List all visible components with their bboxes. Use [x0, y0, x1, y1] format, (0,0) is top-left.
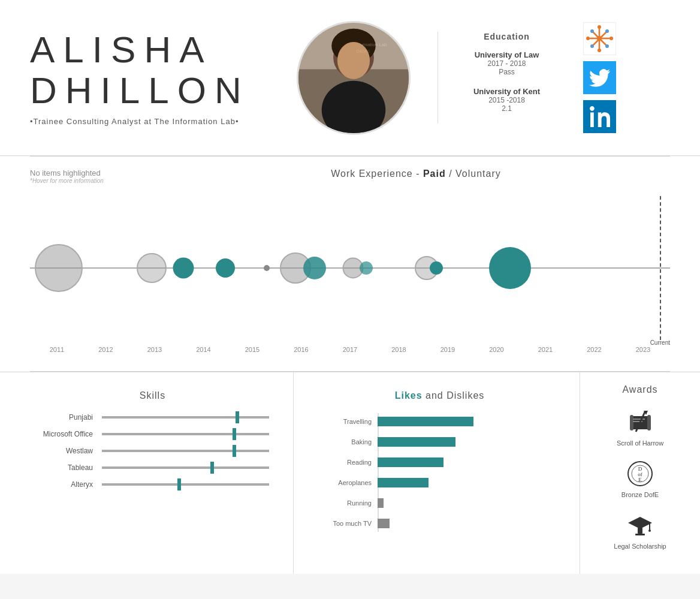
bubble-2015-teal[interactable]: [216, 258, 235, 278]
education-section: Education University of Law 2017 - 2018 …: [437, 32, 557, 124]
skill-marker-westlaw: [233, 445, 236, 457]
bubble-2018-teal-small[interactable]: [360, 261, 373, 275]
year-2015: 2015: [228, 346, 276, 353]
skill-row-msoffice: Microsoft Office: [36, 430, 269, 438]
year-2019: 2019: [424, 346, 472, 353]
skill-bar-alteryx: [102, 483, 269, 486]
svg-rect-24: [647, 415, 651, 431]
year-2016: 2016: [277, 346, 325, 353]
chart-row-reading: Reading: [378, 454, 568, 471]
awards-title: Awards: [592, 384, 688, 395]
year-2017: 2017: [326, 346, 374, 353]
paid-label: Paid: [423, 168, 446, 179]
award-scroll: Scroll of Harrow: [592, 407, 688, 447]
no-items-section: No items highlighted *Hover for more inf…: [30, 168, 162, 184]
svg-rect-25: [633, 419, 645, 420]
bubble-2013[interactable]: [137, 253, 167, 283]
year-2023: 2023: [619, 346, 667, 353]
bubble-2016-dot[interactable]: [264, 265, 270, 271]
skill-marker-msoffice: [233, 428, 236, 440]
svg-rect-36: [635, 534, 645, 535]
year-2020: 2020: [473, 346, 521, 353]
linkedin-icon[interactable]: [583, 100, 616, 133]
likes-panel: Likes and Dislikes Travelling Baking Rea…: [294, 372, 580, 574]
education-item-2: University of Kent 2015 -2018 2.1: [456, 87, 557, 113]
chart-label-toomuch: Too much TV: [333, 520, 372, 527]
uni-name-2: University of Kent: [456, 87, 557, 96]
current-label: Current: [650, 339, 670, 346]
svg-text:DATA S: DATA S: [357, 49, 371, 53]
current-line: [660, 196, 661, 340]
edu-dates-1: 2017 - 2018: [456, 59, 557, 68]
svg-marker-34: [628, 517, 652, 529]
work-exp-prefix: Work Experience -: [331, 168, 423, 179]
year-2011: 2011: [33, 346, 81, 353]
skill-bar-westlaw: [102, 450, 269, 452]
likes-dislikes-title: Likes and Dislikes: [312, 390, 568, 401]
and-text: and: [423, 390, 447, 401]
social-section: [557, 22, 629, 133]
skill-name-punjabi: Punjabi: [36, 413, 102, 422]
bubble-2014-teal[interactable]: [173, 258, 194, 279]
svg-point-13: [598, 25, 601, 29]
scroll-icon: [625, 407, 655, 437]
first-name: ALISHA: [30, 29, 213, 70]
twitter-icon[interactable]: [583, 61, 616, 94]
chart-row-baking: Baking: [378, 434, 568, 450]
bubble-2017-teal[interactable]: [303, 257, 326, 279]
bubble-2019-teal[interactable]: [430, 261, 443, 275]
award-dofe: D of E Bronze DofE: [592, 459, 688, 498]
photo-section: rmation Lab DATA S: [270, 21, 437, 135]
timeline-years: 2011 2012 2013 2014 2015 2016 2017 2018 …: [30, 346, 670, 353]
skill-marker-alteryx: [177, 478, 181, 490]
svg-text:rmation Lab: rmation Lab: [363, 41, 387, 47]
skills-title: Skills: [36, 390, 269, 401]
skill-name-msoffice: Microsoft Office: [36, 430, 102, 438]
year-2013: 2013: [131, 346, 179, 353]
svg-rect-23: [630, 415, 633, 431]
likes-word: Likes: [395, 390, 423, 401]
chart-row-travelling: Travelling: [378, 413, 568, 430]
svg-point-16: [610, 37, 613, 40]
subtitle: •Trainee Consulting Analyst at The Infor…: [30, 117, 270, 126]
separator: /: [446, 168, 455, 179]
scholarship-icon: [625, 510, 655, 540]
dislike-bar-toomuch: [378, 519, 390, 528]
bubble-2020-teal[interactable]: [489, 247, 531, 289]
chart-row-aeroplanes: Aeroplanes: [378, 474, 568, 491]
year-2018: 2018: [375, 346, 423, 353]
profile-photo: rmation Lab DATA S: [297, 21, 411, 135]
skill-marker-tableau: [210, 462, 214, 474]
skill-bar-tableau: [102, 466, 269, 469]
bottom-section: Skills Punjabi Microsoft Office Westlaw …: [0, 372, 700, 574]
skill-row-westlaw: Westlaw: [36, 447, 269, 455]
last-name: DHILLON: [30, 70, 250, 111]
chart-center-line: [378, 413, 379, 532]
full-name: ALISHA DHILLON: [30, 29, 270, 111]
no-items-text: No items highlighted: [30, 168, 162, 177]
uni-name-1: University of Law: [456, 50, 557, 59]
chart-label-aeroplanes: Aeroplanes: [338, 479, 372, 486]
like-bar-travelling: [378, 417, 473, 426]
skill-bar-punjabi: [102, 416, 269, 419]
skill-name-tableau: Tableau: [36, 463, 102, 472]
chart-label-running: Running: [347, 499, 372, 507]
chart-row-running: Running: [378, 495, 568, 511]
svg-point-21: [597, 36, 602, 41]
edu-dates-2: 2015 -2018: [456, 96, 557, 104]
timeline-chart: Current: [30, 196, 670, 340]
name-section: ALISHA DHILLON •Trainee Consulting Analy…: [30, 29, 270, 126]
likes-chart-area: Travelling Baking Reading Aeroplanes Run…: [312, 413, 568, 532]
svg-point-5: [337, 41, 370, 79]
skill-marker-punjabi: [236, 411, 239, 423]
svg-point-19: [605, 29, 609, 33]
dislikes-word: Dislikes: [446, 390, 484, 401]
skill-row-alteryx: Alteryx: [36, 480, 269, 489]
bubble-2011-gray[interactable]: [35, 244, 83, 292]
skill-name-westlaw: Westlaw: [36, 447, 102, 455]
education-item-1: University of Law 2017 - 2018 Pass: [456, 50, 557, 76]
tableau-icon[interactable]: [583, 22, 616, 55]
like-bar-reading: [378, 457, 443, 467]
svg-point-14: [598, 49, 601, 52]
edu-grade-2: 2.1: [456, 104, 557, 113]
